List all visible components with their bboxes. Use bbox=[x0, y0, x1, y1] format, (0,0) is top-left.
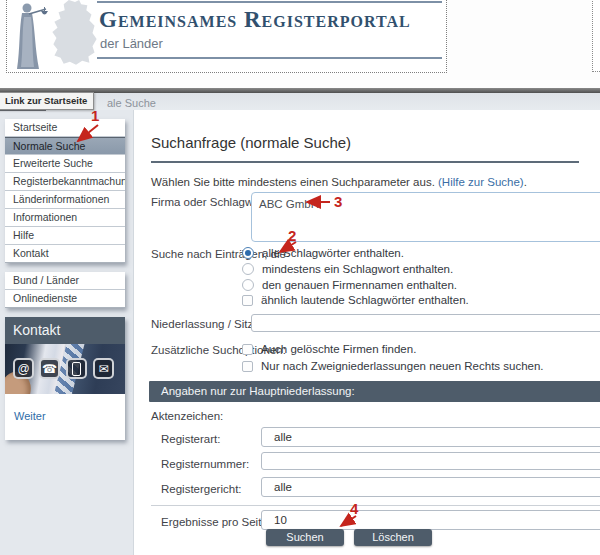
main-content: Suchanfrage (normale Suche) Wählen Sie b… bbox=[133, 110, 600, 555]
sidebar-item-erweiterte-suche[interactable]: Erweiterte Suche bbox=[5, 155, 125, 173]
firma-textarea[interactable]: ABC GmbH bbox=[251, 192, 600, 242]
mail-glyph: ✉ bbox=[98, 362, 108, 376]
checkbox-row-aehnlich: ähnlich lautende Schlagwörter enthalten. bbox=[242, 294, 469, 306]
at-glyph: @ bbox=[17, 362, 29, 376]
sidebar-item-kontakt[interactable]: Kontakt bbox=[5, 245, 125, 263]
breadcrumb: ale Suche bbox=[107, 97, 156, 109]
sidebar-item-normale-suche[interactable]: Normale Suche bbox=[5, 137, 125, 155]
radio-mindestens-label: mindestens ein Schlagwort enthalten. bbox=[262, 263, 453, 275]
page: Gemeinsames Registerportal der Länder al… bbox=[0, 0, 600, 555]
sidebar-item-bund-laender[interactable]: Bund / Länder bbox=[5, 272, 125, 290]
germany-map-silhouette bbox=[49, 0, 101, 71]
radio-row-genauen: den genauen Firmennamen enthalten. bbox=[242, 279, 457, 291]
weiter-link[interactable]: Weiter bbox=[14, 410, 46, 422]
ergebnisse-value: 10 bbox=[274, 514, 287, 526]
registernummer-label: Registernummer: bbox=[161, 458, 249, 470]
radio-row-alle: alle Schlagwörter enthalten. bbox=[242, 247, 404, 259]
radio-row-mindestens: mindestens ein Schlagwort enthalten. bbox=[242, 263, 453, 275]
phone-icon: ☎ bbox=[39, 358, 60, 379]
registergericht-value: alle bbox=[274, 481, 292, 493]
registernummer-input[interactable] bbox=[261, 452, 600, 470]
footer-divider bbox=[151, 505, 600, 506]
ergebnisse-label: Ergebnisse pro Seite: bbox=[161, 516, 271, 528]
radio-genauen-label: den genauen Firmennamen enthalten. bbox=[262, 279, 457, 291]
page-title: Suchanfrage (normale Suche) bbox=[151, 134, 351, 151]
contact-box-footer: Weiter bbox=[5, 394, 125, 440]
checkbox-zweigniederlassungen[interactable] bbox=[242, 361, 253, 372]
niederlassung-label: Niederlassung / Sitz: bbox=[151, 318, 256, 330]
radio-mindestens-ein[interactable] bbox=[242, 263, 254, 275]
radio-alle-label: alle Schlagwörter enthalten. bbox=[262, 247, 404, 259]
header: Gemeinsames Registerportal der Länder bbox=[0, 0, 600, 88]
checkbox-geloeschte-label: Auch gelöschte Firmen finden. bbox=[261, 343, 416, 355]
checkbox-row-zweigniederlassungen: Nur nach Zweigniederlassungen neuen Rech… bbox=[242, 360, 544, 372]
intro-text-main: Wählen Sie bitte mindestens einen Suchpa… bbox=[151, 176, 438, 188]
checkbox-zweigniederlassungen-label: Nur nach Zweigniederlassungen neuen Rech… bbox=[261, 360, 544, 372]
registergericht-select[interactable]: alle ▼ bbox=[261, 477, 600, 497]
at-icon: @ bbox=[13, 358, 34, 379]
suchen-button[interactable]: Suchen bbox=[266, 529, 344, 546]
portal-title: Gemeinsames Registerportal bbox=[97, 3, 442, 34]
mobile-glyph bbox=[72, 362, 81, 376]
heading-divider bbox=[151, 161, 579, 163]
aktenzeichen-label: Aktenzeichen: bbox=[151, 410, 223, 422]
niederlassung-input[interactable] bbox=[251, 314, 600, 332]
sidebar-item-onlinedienste[interactable]: Onlinedienste bbox=[5, 290, 125, 308]
radio-genauer-firmenname[interactable] bbox=[242, 279, 254, 291]
sidebar-item-laenderinformationen[interactable]: Länderinformationen bbox=[5, 191, 125, 209]
brand-box: Gemeinsames Registerportal der Länder bbox=[6, 0, 447, 73]
registergericht-label: Registergericht: bbox=[161, 483, 242, 495]
sidebar-item-informationen[interactable]: Informationen bbox=[5, 209, 125, 227]
checkbox-aehnlich-label: ähnlich lautende Schlagwörter enthalten. bbox=[261, 294, 469, 306]
registerart-value: alle bbox=[274, 431, 292, 443]
sidebar-item-registerbekanntmachungen[interactable]: Registerbekanntmachungen bbox=[5, 173, 125, 191]
phone-glyph: ☎ bbox=[42, 362, 57, 376]
hilfe-zur-suche-link[interactable]: (Hilfe zur Suche) bbox=[438, 176, 524, 188]
mail-icon: ✉ bbox=[93, 358, 114, 379]
intro-text-suffix: . bbox=[524, 176, 527, 188]
contact-box-title: Kontakt bbox=[5, 317, 125, 344]
ergebnisse-select[interactable]: 10 ▼ bbox=[261, 510, 600, 530]
sidebar-nav: Startseite Normale Suche Erweiterte Such… bbox=[5, 119, 125, 263]
checkbox-geloeschte-firmen[interactable] bbox=[242, 344, 253, 355]
loeschen-button[interactable]: Löschen bbox=[354, 529, 432, 546]
portal-subtitle: der Länder bbox=[97, 34, 442, 57]
sidebar-item-startseite[interactable]: Startseite bbox=[5, 119, 125, 137]
link-tooltip: Link zur Startseite bbox=[0, 92, 94, 110]
contact-image: @ ☎ ✉ bbox=[5, 344, 125, 394]
justitia-statue-image bbox=[11, 1, 53, 71]
contact-box: Kontakt @ ☎ ✉ Weiter bbox=[5, 317, 125, 440]
brand-box-fragment bbox=[592, 0, 600, 72]
sidebar-secondary-nav: Bund / Länder Onlinedienste bbox=[5, 272, 125, 308]
brand-title-block: Gemeinsames Registerportal der Länder bbox=[97, 1, 442, 59]
radio-alle-schlagwoerter[interactable] bbox=[242, 247, 254, 259]
mobile-icon bbox=[66, 358, 87, 379]
registerart-label: Registerart: bbox=[161, 433, 220, 445]
hauptniederlassung-section-header: Angaben nur zur Hauptniederlassung: bbox=[149, 381, 600, 402]
sidebar-item-hilfe[interactable]: Hilfe bbox=[5, 227, 125, 245]
checkbox-row-geloeschte: Auch gelöschte Firmen finden. bbox=[242, 343, 416, 355]
checkbox-aehnlich-lautende[interactable] bbox=[242, 295, 253, 306]
registerart-select[interactable]: alle ▼ bbox=[261, 427, 600, 447]
intro-text: Wählen Sie bitte mindestens einen Suchpa… bbox=[151, 176, 527, 188]
title-rule-bottom bbox=[97, 57, 442, 59]
